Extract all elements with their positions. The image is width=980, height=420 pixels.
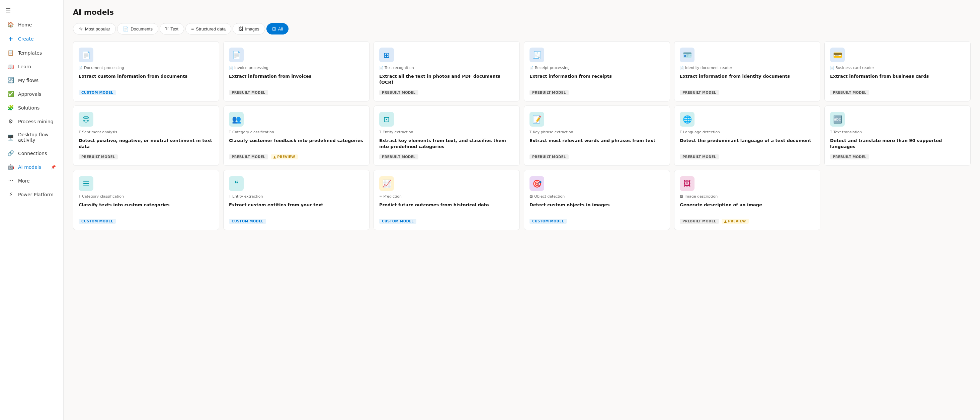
card-icon: 📝 <box>530 112 544 126</box>
badge-custom: CUSTOM MODEL <box>79 90 116 95</box>
card-category-classification[interactable]: 👥 T Category classification Classify cus… <box>223 105 369 166</box>
sidebar-item-connections[interactable]: 🔗 Connections <box>2 147 61 160</box>
type-icon: T <box>680 130 682 134</box>
sidebar-item-label: Connections <box>18 151 47 156</box>
type-icon: 🖼 <box>680 195 683 198</box>
tab-all[interactable]: ⊞ All <box>266 23 288 35</box>
sidebar-item-learn[interactable]: 📖 Learn <box>2 60 61 73</box>
card-badges: PREBUILT MODEL <box>530 154 664 160</box>
card-invoice-processing[interactable]: 📄 📄 Invoice processing Extract informati… <box>223 41 369 102</box>
badge-custom: CUSTOM MODEL <box>79 219 116 224</box>
badge-preview: ▲ PREVIEW <box>722 219 749 224</box>
card-type-label: 🖼 Object detection <box>530 194 664 199</box>
card-business-card-reader[interactable]: 💳 📄 Business card reader Extract informa… <box>824 41 970 102</box>
card-identity-doc-reader[interactable]: 🪪 📄 Identity document reader Extract inf… <box>674 41 820 102</box>
type-icon: 📄 <box>379 66 383 70</box>
sidebar-item-process-mining[interactable]: ⚙️ Process mining <box>2 115 61 128</box>
type-icon: T <box>229 195 231 198</box>
create-icon: + <box>7 35 14 42</box>
type-icon: 📄 <box>229 66 233 70</box>
card-title: Extract key elements from text, and clas… <box>379 138 514 151</box>
badge-prebuilt: PREBUILT MODEL <box>379 154 418 160</box>
more-icon: ··· <box>7 177 14 184</box>
tab-images[interactable]: 🖼 Images <box>232 23 265 35</box>
connections-icon: 🔗 <box>7 150 14 157</box>
card-badges: PREBUILT MODEL <box>830 154 965 160</box>
process-mining-icon: ⚙️ <box>7 118 14 125</box>
page-title: AI models <box>73 8 970 16</box>
card-image-description[interactable]: 🖼 🖼 Image description Generate descripti… <box>674 170 820 230</box>
card-badges: PREBUILT MODEL▲ PREVIEW <box>680 219 815 224</box>
card-title: Detect custom objects in images <box>530 202 664 216</box>
card-badges: PREBUILT MODEL <box>530 90 664 95</box>
home-icon: 🏠 <box>7 21 14 28</box>
sidebar-item-templates[interactable]: 📋 Templates <box>2 46 61 59</box>
card-title: Extract information from invoices <box>229 73 364 87</box>
card-type-label: T Sentiment analysis <box>79 130 213 134</box>
card-key-phrase-extraction[interactable]: 📝 T Key phrase extraction Extract most r… <box>524 105 670 166</box>
sidebar-item-power-platform[interactable]: ⚡ Power Platform <box>2 188 61 201</box>
badge-preview: ▲ PREVIEW <box>271 154 298 160</box>
card-icon: 💳 <box>830 48 845 62</box>
card-icon: 📄 <box>229 48 243 62</box>
card-title: Extract custom information from document… <box>79 73 213 87</box>
sidebar-item-create[interactable]: + Create <box>2 32 61 46</box>
card-icon: 🧾 <box>530 48 544 62</box>
card-text-translation[interactable]: 🔤 T Text translation Detect and translat… <box>824 105 970 166</box>
sidebar-item-approvals[interactable]: ✅ Approvals <box>2 88 61 101</box>
tab-label: Documents <box>130 26 153 32</box>
badge-prebuilt: PREBUILT MODEL <box>530 90 569 95</box>
sidebar-item-desktop-flow[interactable]: 🖥️ Desktop flow activity <box>2 129 61 146</box>
sidebar-item-solutions[interactable]: 🧩 Solutions <box>2 101 61 114</box>
type-icon: 📄 <box>830 66 834 70</box>
card-type-label: T Text translation <box>830 130 965 134</box>
approvals-icon: ✅ <box>7 91 14 97</box>
tab-text[interactable]: T Text <box>160 23 184 35</box>
tab-most-popular[interactable]: ☆ Most popular <box>73 23 116 35</box>
card-type-label: 📄 Document processing <box>79 65 213 70</box>
type-icon: 📄 <box>680 66 684 70</box>
sidebar-item-ai-models[interactable]: 🤖 AI models 📌 <box>2 160 61 174</box>
hamburger-menu[interactable]: ☰ <box>0 3 63 18</box>
images-icon: 🖼 <box>238 26 243 32</box>
sidebar-item-home[interactable]: 🏠 Home <box>2 18 61 31</box>
card-title: Extract information from receipts <box>530 73 664 87</box>
solutions-icon: 🧩 <box>7 104 14 111</box>
card-type-label: T Category classification <box>229 130 364 134</box>
learn-icon: 📖 <box>7 63 14 70</box>
sidebar-item-my-flows[interactable]: 🔄 My flows <box>2 74 61 87</box>
card-entity-extraction[interactable]: ⊡ T Entity extraction Extract key elemen… <box>374 105 520 166</box>
card-doc-processing[interactable]: 📄 📄 Document processing Extract custom i… <box>73 41 219 102</box>
badge-prebuilt: PREBUILT MODEL <box>680 90 719 95</box>
card-language-detection[interactable]: 🌐 T Language detection Detect the predom… <box>674 105 820 166</box>
sidebar: ☰ 🏠 Home + Create 📋 Templates 📖 Learn 🔄 … <box>0 0 64 420</box>
card-icon: 🎯 <box>530 176 544 191</box>
card-title: Extract information from identity docume… <box>680 73 815 87</box>
card-badges: CUSTOM MODEL <box>530 219 664 224</box>
sidebar-item-label: Solutions <box>18 105 40 110</box>
card-prediction[interactable]: 📈 ≡ Prediction Predict future outcomes f… <box>374 170 520 230</box>
card-icon: 🪪 <box>680 48 695 62</box>
card-title: Extract most relevant words and phrases … <box>530 138 664 151</box>
card-custom-entity-extraction[interactable]: ❝ T Entity extraction Extract custom ent… <box>223 170 369 230</box>
sidebar-item-label: AI models <box>18 164 41 170</box>
card-type-label: 📄 Invoice processing <box>229 65 364 70</box>
card-receipt-processing[interactable]: 🧾 📄 Receipt processing Extract informati… <box>524 41 670 102</box>
card-object-detection[interactable]: 🎯 🖼 Object detection Detect custom objec… <box>524 170 670 230</box>
badge-custom: CUSTOM MODEL <box>229 219 266 224</box>
card-text-recognition[interactable]: ⊞ 📄 Text recognition Extract all the tex… <box>374 41 520 102</box>
sidebar-item-more[interactable]: ··· More <box>2 174 61 187</box>
sidebar-item-label: Home <box>18 22 32 27</box>
card-text-category-classification[interactable]: ☰ T Category classification Classify tex… <box>73 170 219 230</box>
tab-structured-data[interactable]: ≡ Structured data <box>185 23 231 35</box>
power-platform-icon: ⚡ <box>7 191 14 198</box>
card-type-label: T Key phrase extraction <box>530 130 664 134</box>
badge-custom: CUSTOM MODEL <box>379 219 416 224</box>
card-sentiment-analysis[interactable]: 😊 T Sentiment analysis Detect positive, … <box>73 105 219 166</box>
card-title: Detect and translate more than 90 suppor… <box>830 138 965 151</box>
type-label: Entity extraction <box>232 194 263 199</box>
type-icon: T <box>79 130 81 134</box>
tab-documents[interactable]: 📄 Documents <box>117 23 158 35</box>
star-icon: ☆ <box>79 26 83 32</box>
badge-custom: CUSTOM MODEL <box>530 219 566 224</box>
